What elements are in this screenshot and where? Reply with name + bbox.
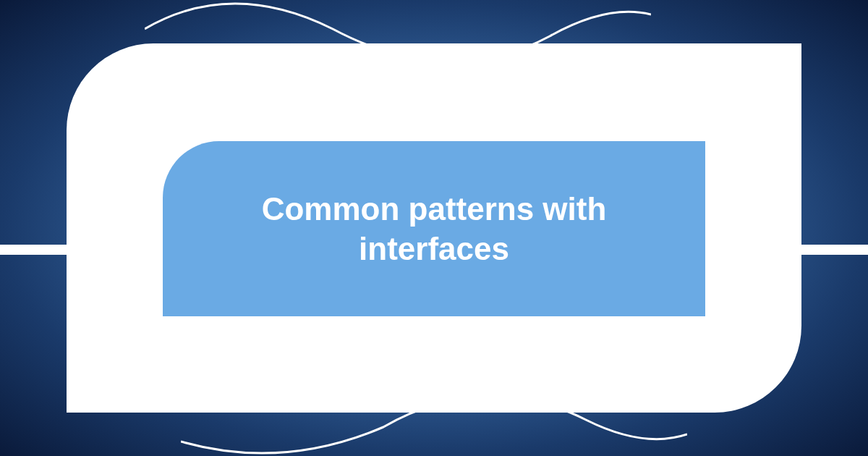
decorative-curve-bottom bbox=[181, 362, 687, 456]
card-title: Common patterns with interfaces bbox=[163, 189, 705, 269]
title-panel: Common patterns with interfaces bbox=[163, 141, 705, 316]
